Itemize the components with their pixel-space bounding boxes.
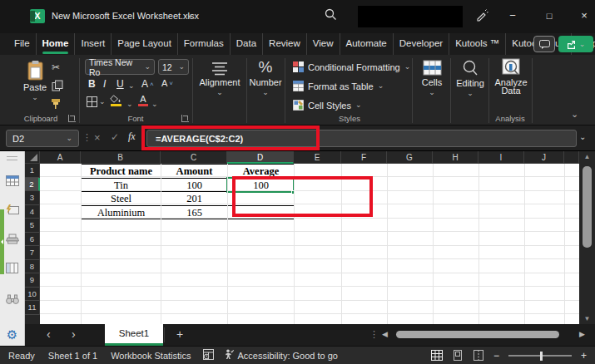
zoom-out-button[interactable]: − [493,350,499,362]
column-header-E[interactable]: E [294,151,341,164]
accessibility-icon[interactable] [224,349,234,362]
underline-chevron-down-icon[interactable]: ⌄ [128,82,135,90]
collapse-ribbon-chevron-icon[interactable]: ⌄ [571,110,578,119]
column-header-A[interactable]: A [40,151,81,164]
row-header-3[interactable]: 3 [25,191,40,205]
format-as-table-button[interactable]: Format as Table ⌄ [293,81,384,91]
italic-button[interactable]: I [103,78,106,90]
ribbon-tab-page-layout[interactable]: Page Layout [111,33,177,55]
column-header-J[interactable]: J [524,151,564,164]
editing-group-button[interactable]: Editing ⌄ [453,60,488,97]
title-chevron-down-icon[interactable]: ⌄ [186,10,193,19]
select-all-corner[interactable] [25,151,40,164]
row-header-2[interactable]: 2 [25,178,40,192]
previous-sheet-icon[interactable]: ‹ [47,324,51,344]
font-dialog-launcher[interactable] [181,115,189,122]
row-header-8[interactable]: 8 [25,260,40,274]
ribbon-tab-automate[interactable]: Automate [340,33,393,55]
cell-C3[interactable]: 201 [161,191,228,206]
workbook-statistics[interactable]: Workbook Statistics [111,351,191,361]
sheets-navigation-icon[interactable] [6,175,19,189]
ribbon-tab-kutools[interactable]: Kutools ™ [449,33,505,55]
cell-C4[interactable]: 165 [161,205,228,220]
kutools-settings-gear-icon[interactable]: ⚙ [0,324,25,346]
tab-bar-options-icon[interactable]: ⋮ [369,324,379,344]
row-header-1[interactable]: 1 [25,164,40,178]
font-name-select[interactable]: Times New Ro⌄ [85,59,155,75]
scroll-right-icon[interactable]: ▶ [579,324,585,345]
number-group-button[interactable]: % Number ⌄ [248,59,283,96]
search-icon[interactable] [325,8,337,24]
accessibility-status[interactable]: Accessibility: Good to go [238,351,338,361]
page-layout-view-button[interactable] [452,350,464,362]
page-break-preview-button[interactable] [473,350,484,362]
font-color-chevron-down-icon[interactable]: ⌄ [151,101,158,108]
fill-color-chevron-down-icon[interactable]: ⌄ [126,101,133,108]
fill-color-button[interactable] [110,95,122,106]
scroll-up-icon[interactable]: ▲ [579,153,595,160]
bold-button[interactable]: B [88,78,96,90]
row-header-11[interactable]: 11 [25,301,40,315]
columns-list-icon[interactable] [6,262,18,277]
format-painter-button[interactable] [50,98,62,113]
row-header-9[interactable]: 9 [25,273,40,288]
cell-B3[interactable]: Steel [81,191,161,206]
cell-C1[interactable]: Amount [161,164,228,179]
column-header-I[interactable]: I [478,151,524,164]
name-box[interactable]: D2 ⌄ [6,130,79,147]
ribbon-tab-view[interactable]: View [306,33,340,55]
row-header-7[interactable]: 7 [25,246,40,260]
advanced-find-binoculars-icon[interactable] [6,293,19,307]
zoom-slider-thumb[interactable] [540,352,543,361]
paste-button[interactable]: Paste ⌄ [20,60,50,101]
ribbon-tab-home[interactable]: Home [36,33,75,55]
expand-formula-bar-chevron-icon[interactable]: ⌄ [579,132,586,141]
cell-styles-button[interactable]: Cell Styles ⌄ [293,100,362,111]
next-sheet-icon[interactable]: › [72,324,76,344]
decrease-font-size-button[interactable]: A˅ [161,78,173,88]
vertical-scrollbar-thumb[interactable] [583,166,592,248]
cell-B4[interactable]: Aluminium [81,205,161,220]
macro-record-icon[interactable] [203,349,214,362]
alignment-group-button[interactable]: Alignment ⌄ [196,61,243,96]
increase-font-size-button[interactable]: A˄ [141,78,154,90]
column-header-B[interactable]: B [81,151,161,164]
maximize-button[interactable]: □ [536,3,563,28]
row-header-10[interactable]: 10 [25,288,40,302]
enter-icon[interactable]: ✓ [111,131,119,143]
copy-button[interactable] [52,80,63,95]
sheet-tab-sheet1[interactable]: Sheet1 [105,324,163,346]
column-header-C[interactable]: C [161,151,227,164]
cut-button[interactable]: ✂ [52,61,60,73]
borders-button[interactable]: ⌄ [87,96,106,107]
vertical-scrollbar[interactable]: ▲ ▼ [579,151,595,324]
ribbon-tab-data[interactable]: Data [230,33,262,55]
column-header-H[interactable]: H [433,151,478,164]
font-size-select[interactable]: 12⌄ [158,59,189,75]
insert-function-icon[interactable]: fx [128,130,136,143]
zoom-in-button[interactable]: + [581,350,587,362]
row-header-4[interactable]: 4 [25,205,40,219]
minimize-button[interactable]: − [499,3,526,28]
scroll-left-icon[interactable]: ◀ [382,324,388,345]
cells-group-button[interactable]: Cells ⌄ [414,60,449,96]
scroll-down-icon[interactable]: ▼ [579,315,595,322]
cell-B2[interactable]: Tin [81,178,161,193]
horizontal-scrollbar-thumb[interactable] [396,331,559,338]
new-sheet-button[interactable]: + [176,324,183,344]
row-header-5[interactable]: 5 [25,219,40,233]
ribbon-tab-review[interactable]: Review [262,33,306,55]
close-button[interactable]: × [571,3,595,28]
comments-button[interactable] [533,36,555,52]
ribbon-tab-formulas[interactable]: Formulas [177,33,230,55]
ribbon-tab-developer[interactable]: Developer [393,33,449,55]
column-headers[interactable]: ABCDEFGHIJ [40,151,579,164]
analyze-data-button[interactable]: Analyze Data [491,58,531,96]
pane-handle[interactable] [7,156,17,160]
pane-collapse-bar[interactable] [0,209,4,274]
column-header-D[interactable]: D [227,151,294,164]
cancel-icon[interactable]: × [94,131,101,144]
autotext-icon[interactable] [6,204,19,219]
clipboard-dialog-launcher[interactable] [68,115,76,122]
conditional-formatting-button[interactable]: Conditional Formatting ⌄ [293,61,410,72]
